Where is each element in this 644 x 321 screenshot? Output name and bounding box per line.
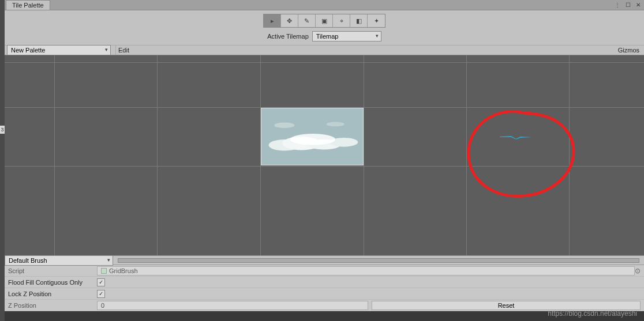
toolbar-area: ▸ ✥ ✎ ▣ ⌖ ◧ ✦ Active Tilemap Tilemap <box>5 10 644 45</box>
sub-bar: New Palette Edit Gizmos <box>5 45 644 55</box>
gear-icon[interactable]: ⊙ <box>635 267 641 275</box>
lock-z-checkbox[interactable]: ✓ <box>97 290 105 298</box>
tab-bar: Tile Palette ⋮ ☐ ✕ <box>5 0 644 10</box>
brush-dropdown[interactable]: Default Brush <box>5 255 113 266</box>
svg-point-6 <box>274 123 294 129</box>
watermark-text: https://blog.csdn.net/alayeshi <box>548 309 637 318</box>
brush-tool-button[interactable]: ✎ <box>298 14 316 27</box>
palette-dropdown[interactable]: New Palette <box>7 45 111 55</box>
tile-small-fragment[interactable] <box>500 134 532 137</box>
eraser-tool-button[interactable]: ◧ <box>350 14 368 27</box>
eraser-icon: ◧ <box>356 17 362 25</box>
window-controls: ⋮ ☐ ✕ <box>614 1 642 8</box>
flood-fill-label: Flood Fill Contiguous Only <box>8 279 97 286</box>
svg-point-5 <box>290 134 335 145</box>
gizmos-button[interactable]: Gizmos <box>616 46 642 55</box>
palette-grid-area[interactable] <box>5 55 644 255</box>
flood-fill-checkbox[interactable]: ✓ <box>97 278 105 286</box>
tab-tile-palette[interactable]: Tile Palette <box>6 0 50 10</box>
z-position-field[interactable]: 0 <box>97 301 368 310</box>
annotation-circle <box>460 108 579 201</box>
move-icon: ✥ <box>287 17 292 25</box>
left-badge: 3 <box>0 126 5 134</box>
active-tilemap-row: Active Tilemap Tilemap <box>267 31 381 41</box>
script-icon <box>101 268 107 274</box>
grid-line <box>569 55 570 255</box>
flood-fill-row: Flood Fill Contiguous Only ✓ <box>5 277 644 288</box>
tile-sky-clouds[interactable] <box>261 108 364 165</box>
fill-tool-button[interactable]: ✦ <box>368 14 385 27</box>
grid-line <box>157 55 158 255</box>
lock-z-label: Lock Z Position <box>8 290 97 297</box>
edit-button[interactable]: Edit <box>115 46 132 55</box>
lock-z-row: Lock Z Position ✓ <box>5 288 644 300</box>
brush-bar: Default Brush <box>5 255 644 265</box>
active-tilemap-label: Active Tilemap <box>267 33 309 40</box>
brush-inspector: Script GridBrush ⊙ Flood Fill Contiguous… <box>5 265 644 311</box>
z-position-label: Z Position <box>8 302 97 309</box>
box-icon: ▣ <box>321 17 327 25</box>
maximize-icon[interactable]: ☐ <box>624 1 631 8</box>
script-row: Script GridBrush ⊙ <box>5 265 644 277</box>
grid-line <box>5 62 644 63</box>
grid-line <box>364 55 364 255</box>
script-label: Script <box>8 267 97 274</box>
picker-icon: ⌖ <box>340 17 343 25</box>
brush-slider[interactable] <box>118 258 639 263</box>
grid-line <box>5 166 644 167</box>
clouds-illustration <box>261 108 363 165</box>
script-value: GridBrush <box>109 267 138 274</box>
tile-palette-window: Tile Palette ⋮ ☐ ✕ ▸ ✥ ✎ ▣ ⌖ ◧ ✦ Active … <box>5 0 644 311</box>
close-icon[interactable]: ✕ <box>635 1 642 8</box>
select-tool-button[interactable]: ▸ <box>264 14 281 27</box>
box-tool-button[interactable]: ▣ <box>316 14 333 27</box>
move-tool-button[interactable]: ✥ <box>281 14 298 27</box>
svg-point-7 <box>327 122 345 127</box>
grid-line <box>466 55 467 255</box>
fragment-icon <box>500 136 532 139</box>
menu-icon[interactable]: ⋮ <box>614 1 621 8</box>
tool-row: ▸ ✥ ✎ ▣ ⌖ ◧ ✦ <box>263 14 385 28</box>
cursor-icon: ▸ <box>271 17 274 25</box>
fill-icon: ✦ <box>374 17 379 25</box>
editor-left-strip <box>0 0 5 321</box>
reset-button[interactable]: Reset <box>372 301 641 310</box>
picker-tool-button[interactable]: ⌖ <box>333 14 350 27</box>
active-tilemap-dropdown[interactable]: Tilemap <box>312 31 381 41</box>
brush-icon: ✎ <box>304 17 309 25</box>
script-field[interactable]: GridBrush <box>97 266 635 275</box>
grid-line <box>54 55 55 255</box>
